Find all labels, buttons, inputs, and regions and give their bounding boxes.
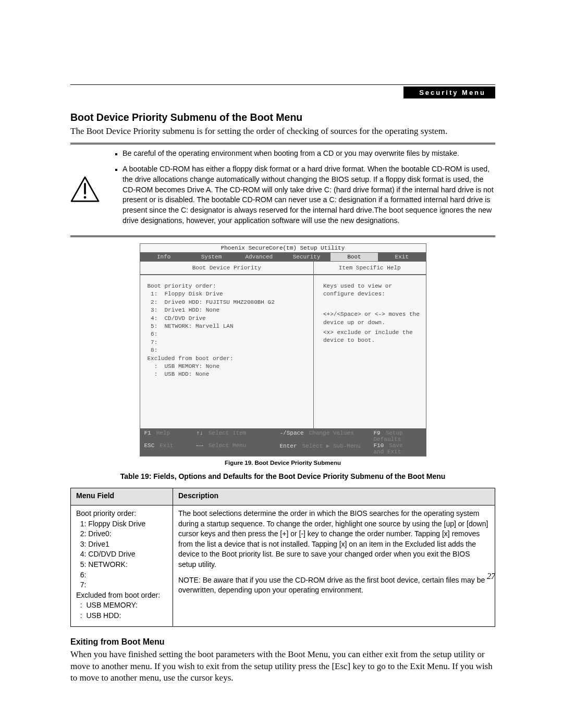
- page-number: 27: [487, 572, 495, 581]
- double-rule-top: [70, 143, 495, 144]
- double-rule-bottom: [70, 236, 495, 237]
- bios-tab-system: System: [188, 253, 235, 261]
- bios-boot-list: Boot priority order: 1: Floppy Disk Driv…: [140, 275, 313, 428]
- bios-tab-exit: Exit: [378, 253, 425, 261]
- warning-bullet-2: A bootable CD-ROM has either a floppy di…: [123, 164, 495, 226]
- bios-footer: F1Help ↑↓Select Item -/SpaceChange Value…: [140, 428, 426, 456]
- bios-left-heading: Boot Device Priority: [140, 261, 313, 275]
- bios-title: Phoenix SecureCore(tm) Setup Utility: [140, 243, 426, 252]
- page-top-rule: [70, 84, 495, 85]
- bios-right-heading: Item Specific Help: [314, 261, 426, 275]
- exit-body: When you have finished setting the boot …: [70, 649, 495, 685]
- th-description: Description: [173, 488, 495, 505]
- section-intro: The Boot Device Priority submenu is for …: [70, 126, 495, 138]
- bios-tab-info: Info: [140, 253, 188, 261]
- td-menu-field: Boot priority order: 1: Floppy Disk Driv…: [71, 505, 173, 627]
- svg-point-2: [84, 196, 87, 199]
- td-description: The boot selections determine the order …: [173, 505, 495, 627]
- table-caption: Table 19: Fields, Options and Defaults f…: [70, 472, 495, 480]
- bios-screenshot: Phoenix SecureCore(tm) Setup Utility Inf…: [140, 243, 426, 456]
- bios-tab-advanced: Advanced: [235, 253, 283, 261]
- bios-tab-row: Info System Advanced Security Boot Exit: [140, 252, 426, 261]
- exit-heading: Exiting from Boot Menu: [70, 637, 495, 647]
- th-menu-field: Menu Field: [71, 488, 173, 505]
- warning-icon: [70, 176, 107, 204]
- options-table: Menu Field Description Boot priority ord…: [70, 488, 495, 627]
- bios-tab-security: Security: [283, 253, 330, 261]
- section-heading: Boot Device Priority Submenu of the Boot…: [70, 112, 495, 124]
- warning-text: Be careful of the operating environment …: [107, 149, 495, 231]
- bios-tab-boot: Boot: [331, 253, 378, 261]
- warning-bullet-1: Be careful of the operating environment …: [123, 149, 495, 159]
- figure-caption: Figure 19. Boot Device Priority Submenu: [70, 460, 495, 466]
- security-menu-tag: Security Menu: [403, 87, 495, 98]
- bios-help-text: Keys used to view or configure devices: …: [314, 275, 426, 408]
